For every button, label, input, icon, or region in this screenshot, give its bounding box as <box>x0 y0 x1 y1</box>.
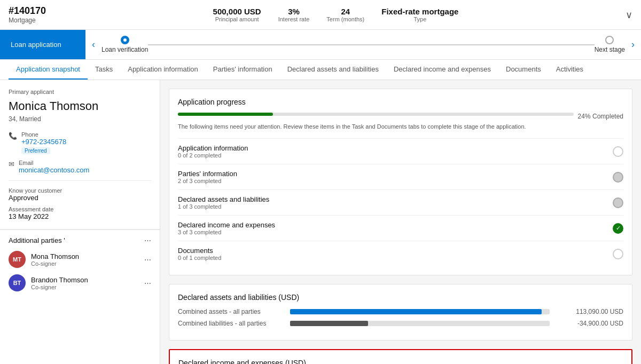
applicant-section: Primary applicant Monica Thomson 34, Mar… <box>0 80 160 230</box>
stat-value: Fixed-rate mortgage <box>381 7 458 16</box>
checklist-item[interactable]: Parties' information 2 of 3 completed <box>178 164 623 189</box>
phone-label: Phone <box>21 131 66 138</box>
bar-value: -34,900.00 USD <box>559 320 623 327</box>
party-row: MT Mona Thomson Co-signer ⋯ <box>9 251 151 268</box>
app-header: #140170 Mortgage 500,000 USDPrincipal am… <box>0 0 641 30</box>
more-options-icon[interactable]: ⋯ <box>144 236 151 244</box>
party-more-icon[interactable]: ⋯ <box>144 256 151 264</box>
bar-fill <box>290 321 368 326</box>
tab-item-declared-assets-and-liabilities[interactable]: Declared assets and liabilities <box>280 60 386 80</box>
stage-item[interactable]: Loan verification <box>101 36 148 53</box>
assets-card: Declared assets and liabilities (USD) Co… <box>169 284 632 341</box>
checklist-item-sub: 3 of 3 completed <box>178 229 275 235</box>
tab-item-documents[interactable]: Documents <box>498 60 549 80</box>
checklist-text: Declared income and expenses 3 of 3 comp… <box>178 221 275 235</box>
check-icon-partial <box>613 172 623 183</box>
bar-track <box>290 321 550 326</box>
stage-progress: Loan verificationNext stage <box>101 36 625 53</box>
header-stat: Fixed-rate mortgageType <box>381 7 458 22</box>
stage-nav-right[interactable]: › <box>625 30 641 59</box>
income-card-title: Declared income and expenses (USD) <box>178 359 623 364</box>
stage-tab-loan-application[interactable]: Loan application <box>0 30 85 59</box>
tab-bar: Application snapshotTasksApplication inf… <box>0 60 641 80</box>
bar-track <box>290 309 550 314</box>
header-stats: 500,000 USDPrincipal amount3%Interest ra… <box>213 7 459 22</box>
asset-bar-row: Combined assets - all parties 113,090.00… <box>178 308 623 315</box>
party-info: MT Mona Thomson Co-signer <box>9 251 79 268</box>
applicant-meta: 34, Married <box>9 115 151 123</box>
party-role: Co-signer <box>31 260 79 267</box>
main-content: Primary applicant Monica Thomson 34, Mar… <box>0 80 641 364</box>
tab-item-parties--information[interactable]: Parties' information <box>206 60 280 80</box>
parties-title: Additional parties ' <box>9 236 65 244</box>
parties-header: Additional parties ' ⋯ <box>9 236 151 244</box>
stat-label: Term (months) <box>326 16 364 22</box>
stage-line <box>148 44 594 45</box>
email-label: Email <box>19 160 89 166</box>
party-details: Brandon Thomson Co-signer <box>31 276 88 290</box>
stage-label: Loan verification <box>101 46 148 53</box>
checklist-item-title: Declared income and expenses <box>178 221 275 229</box>
checklist-item-sub: 0 of 1 completed <box>178 255 221 261</box>
email-row: ✉ Email monicat@contoso.com <box>9 160 151 174</box>
phone-value[interactable]: +972-2345678 <box>21 138 66 146</box>
progress-card-title: Application progress <box>178 98 623 106</box>
tab-item-application-information[interactable]: Application information <box>120 60 206 80</box>
preferred-badge: Preferred <box>21 147 50 154</box>
tab-item-activities[interactable]: Activities <box>549 60 591 80</box>
party-details: Mona Thomson Co-signer <box>31 252 79 267</box>
checklist-item[interactable]: Declared assets and liabilities 1 of 3 c… <box>178 189 623 215</box>
checklist-text: Documents 0 of 1 completed <box>178 247 221 261</box>
checklist-item-sub: 2 of 3 completed <box>178 178 237 184</box>
check-icon-empty <box>613 249 623 259</box>
checklist-item[interactable]: Declared income and expenses 3 of 3 comp… <box>178 215 623 241</box>
email-icon: ✉ <box>9 160 14 168</box>
additional-parties-section: Additional parties ' ⋯ MT Mona Thomson C… <box>0 230 160 304</box>
applicant-name: Monica Thomson <box>9 99 151 113</box>
income-card: Declared income and expenses (USD) Combi… <box>169 349 632 364</box>
bar-label: Combined assets - all parties <box>178 308 285 315</box>
avatar: MT <box>9 251 26 268</box>
party-more-icon[interactable]: ⋯ <box>144 279 151 287</box>
stage-nav-left[interactable]: ‹ <box>85 30 101 59</box>
bar-value: 113,090.00 USD <box>559 308 623 315</box>
date-value: 13 May 2022 <box>9 212 151 220</box>
phone-row: 📞 Phone +972-2345678 Preferred <box>9 131 151 154</box>
kyc-value: Approved <box>9 194 151 202</box>
parties-list: MT Mona Thomson Co-signer ⋯ BT Brandon T… <box>9 251 151 291</box>
party-name: Mona Thomson <box>31 252 79 260</box>
stage-dot <box>605 36 614 44</box>
party-name: Brandon Thomson <box>31 276 88 284</box>
tab-item-tasks[interactable]: Tasks <box>88 60 120 80</box>
checklist-item-title: Application information <box>178 144 248 152</box>
assets-card-title: Declared assets and liabilities (USD) <box>178 293 623 302</box>
party-info: BT Brandon Thomson Co-signer <box>9 274 88 291</box>
app-id: #140170 <box>9 5 46 17</box>
progress-bar-fill <box>178 113 273 116</box>
stage-dot <box>121 36 129 44</box>
avatar: BT <box>9 274 26 291</box>
email-value[interactable]: monicat@contoso.com <box>19 166 89 174</box>
stat-value: 3% <box>278 7 310 16</box>
progress-note: The following items need your attention.… <box>178 123 623 130</box>
date-label: Assessment date <box>9 206 151 212</box>
tab-item-declared-income-and-expenses[interactable]: Declared income and expenses <box>386 60 498 80</box>
stat-value: 24 <box>326 7 364 16</box>
header-stat: 500,000 USDPrincipal amount <box>213 7 261 22</box>
tab-item-application-snapshot[interactable]: Application snapshot <box>9 60 88 80</box>
checklist-item[interactable]: Application information 0 of 2 completed <box>178 138 623 164</box>
header-left: #140170 Mortgage <box>9 5 46 24</box>
checklist-item-sub: 1 of 3 completed <box>178 203 269 210</box>
party-role: Co-signer <box>31 284 88 290</box>
asset-bar-row: Combined liabilities - all parties -34,9… <box>178 320 623 327</box>
header-stat: 3%Interest rate <box>278 7 310 22</box>
stage-item[interactable]: Next stage <box>595 36 625 53</box>
left-panel: Primary applicant Monica Thomson 34, Mar… <box>0 80 160 364</box>
checklist-item-sub: 0 of 2 completed <box>178 152 248 159</box>
stage-bar: Loan application ‹ Loan verificationNext… <box>0 30 641 60</box>
checklist-item[interactable]: Documents 0 of 1 completed <box>178 241 623 266</box>
check-icon-partial <box>613 197 623 208</box>
checklist-text: Parties' information 2 of 3 completed <box>178 170 237 184</box>
check-icon-empty <box>613 146 623 157</box>
collapse-button[interactable]: ∨ <box>626 9 632 21</box>
